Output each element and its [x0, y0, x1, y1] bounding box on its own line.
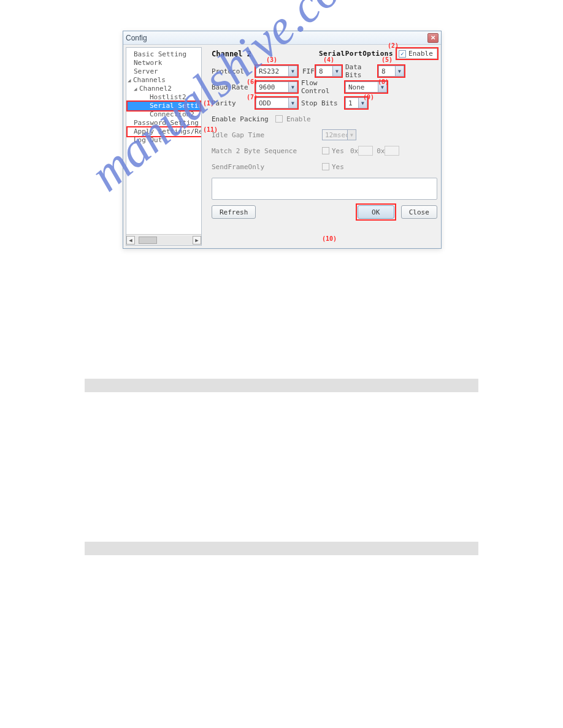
tree-scrollbar[interactable]: ◀ ▶ [126, 234, 201, 245]
idle-gap-label: Idle Gap Time [212, 131, 322, 139]
baud-select[interactable]: 9600▼ [256, 82, 297, 93]
tree-item-connection2[interactable]: Connection2 [128, 110, 200, 119]
scroll-left-icon[interactable]: ◀ [126, 236, 135, 245]
close-button[interactable]: Close [401, 205, 437, 219]
databits-select[interactable]: 8▼ [378, 66, 404, 77]
expander-icon: ◢ [134, 85, 139, 93]
tree-item-apply-settings[interactable]: Apply Settings/Rest [128, 127, 201, 136]
chevron-down-icon: ▼ [288, 66, 297, 76]
tree-item-channel2[interactable]: ◢Channel2 [128, 85, 200, 93]
chevron-down-icon: ▼ [288, 98, 297, 108]
tree-panel: Basic Setting Network Server ◢Channels ◢… [126, 47, 202, 246]
ok-button[interactable]: OK [358, 205, 394, 219]
enable-checkbox-group[interactable]: ✓ Enable [397, 48, 437, 59]
flow-label: Flow Control [297, 79, 345, 95]
enable-label: Enable [408, 50, 433, 58]
nav-tree: Basic Setting Network Server ◢Channels ◢… [126, 48, 201, 234]
grey-bar-2 [85, 542, 478, 555]
chevron-down-icon: ▼ [378, 82, 386, 92]
grey-bar-1 [85, 379, 478, 392]
chevron-down-icon: ▼ [358, 98, 367, 108]
log-area [212, 178, 437, 200]
tree-item-basic-setting[interactable]: Basic Setting [128, 50, 200, 59]
scroll-track[interactable] [135, 236, 193, 245]
window-close-button[interactable]: ✕ [427, 33, 439, 43]
stopbits-select[interactable]: 1▼ [345, 97, 367, 108]
scroll-thumb[interactable] [139, 237, 157, 244]
tree-item-hostlist2[interactable]: Hostlist2 [128, 93, 200, 102]
expander-icon: ◢ [128, 76, 133, 85]
serial-port-options-label: SerialPortOptions [319, 50, 393, 58]
tree-item-log-out[interactable]: Log Out [128, 136, 200, 145]
tree-item-channels[interactable]: ◢Channels [128, 76, 200, 85]
tree-item-serial-setting[interactable]: Serial Settin [128, 102, 200, 110]
sendframe-checkbox [322, 163, 329, 170]
protocol-select[interactable]: RS232▼ [256, 66, 297, 77]
sendframe-yes: Yes [329, 163, 344, 171]
ox-label-1: 0x [350, 147, 358, 155]
enable-packing-text: Enable [283, 115, 311, 123]
config-window: Config ✕ Basic Setting Network Server ◢C… [123, 31, 442, 249]
tree-item-password-setting[interactable]: Password Setting [128, 119, 200, 127]
ox-label-2: 0x [373, 147, 385, 155]
baud-label: Baud Rate [212, 83, 256, 91]
chevron-down-icon: ▼ [395, 66, 404, 76]
window-title: Config [126, 34, 427, 42]
close-icon: ✕ [431, 34, 435, 41]
channel-title: Channel 2 [212, 50, 319, 58]
titlebar: Config ✕ [123, 31, 441, 45]
ox-input-2 [385, 146, 399, 156]
databits-label: Data Bits [342, 63, 378, 79]
match2-label: Match 2 Byte Sequence [212, 147, 322, 155]
fifo-select[interactable]: 8▼ [316, 66, 342, 77]
stopbits-label: Stop Bits [297, 99, 345, 107]
fifo-label: FIFO [297, 67, 316, 75]
chevron-down-icon: ▼ [288, 82, 297, 92]
enable-packing-label: Enable Packing [212, 115, 275, 123]
tree-item-server[interactable]: Server [128, 67, 200, 76]
sendframe-label: SendFrameOnly [212, 163, 322, 171]
protocol-label: Protocol [212, 67, 256, 75]
match2-checkbox [322, 147, 329, 154]
flow-select[interactable]: None▼ [345, 82, 387, 93]
main-panel: (2) Channel 2 SerialPortOptions ✓ Enable… [202, 45, 442, 248]
ox-input-1 [358, 146, 373, 156]
refresh-button[interactable]: Refresh [212, 205, 256, 219]
chevron-down-icon: ▼ [347, 130, 356, 140]
tree-item-network[interactable]: Network [128, 59, 200, 67]
enable-packing-checkbox[interactable] [275, 115, 283, 123]
match2-yes: Yes [329, 147, 350, 155]
chevron-down-icon: ▼ [332, 66, 341, 76]
enable-checkbox-icon: ✓ [399, 50, 406, 58]
idle-gap-select: 12msec▼ [322, 129, 356, 140]
parity-label: Parity [212, 99, 256, 107]
scroll-right-icon[interactable]: ▶ [193, 236, 201, 245]
annotation-10: (10) [322, 235, 337, 242]
parity-select[interactable]: ODD▼ [256, 97, 297, 108]
